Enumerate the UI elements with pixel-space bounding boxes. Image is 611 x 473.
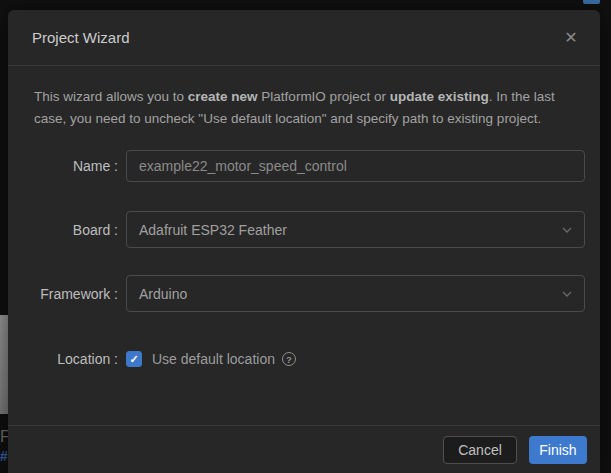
description-text: This wizard allows you to — [34, 89, 188, 104]
name-row: Name : — [34, 150, 585, 182]
board-select[interactable]: Adafruit ESP32 Feather — [126, 211, 585, 248]
background-scrollbar-thumb — [0, 315, 8, 414]
background-code-fragment: F — [0, 428, 8, 446]
framework-select[interactable]: Arduino — [126, 275, 585, 312]
close-icon[interactable]: ✕ — [560, 27, 582, 49]
dialog-title: Project Wizard — [32, 29, 560, 46]
board-select-value: Adafruit ESP32 Feather — [139, 222, 287, 238]
chevron-down-icon — [561, 288, 573, 300]
framework-row: Framework : Arduino — [34, 275, 585, 312]
name-label: Name : — [34, 158, 118, 174]
chevron-down-icon — [561, 224, 573, 236]
description-text: PlatformIO project or — [258, 89, 390, 104]
help-icon[interactable]: ? — [282, 352, 296, 366]
project-wizard-dialog: Project Wizard ✕ This wizard allows you … — [8, 10, 600, 473]
project-name-input[interactable] — [126, 150, 585, 182]
dialog-description: This wizard allows you to create new Pla… — [34, 86, 572, 130]
cancel-button[interactable]: Cancel — [443, 436, 517, 464]
framework-select-value: Arduino — [139, 286, 187, 302]
background-code-fragment: # — [0, 448, 8, 464]
framework-label: Framework : — [34, 286, 118, 302]
use-default-location-checkbox[interactable]: ✓ — [126, 351, 142, 367]
dialog-footer: Cancel Finish — [8, 425, 600, 473]
board-row: Board : Adafruit ESP32 Feather — [34, 211, 585, 248]
background-button-fragment — [583, 0, 600, 4]
dialog-header: Project Wizard ✕ — [8, 10, 600, 66]
location-row: Location : ✓ Use default location ? — [34, 350, 585, 368]
description-bold-create-new: create new — [188, 89, 258, 104]
board-label: Board : — [34, 222, 118, 238]
description-bold-update-existing: update existing — [390, 89, 489, 104]
location-label: Location : — [34, 351, 118, 367]
finish-button[interactable]: Finish — [529, 436, 587, 464]
use-default-location-label[interactable]: Use default location — [152, 351, 275, 367]
screen: F # Project Wizard ✕ This wizard allows … — [0, 0, 611, 473]
